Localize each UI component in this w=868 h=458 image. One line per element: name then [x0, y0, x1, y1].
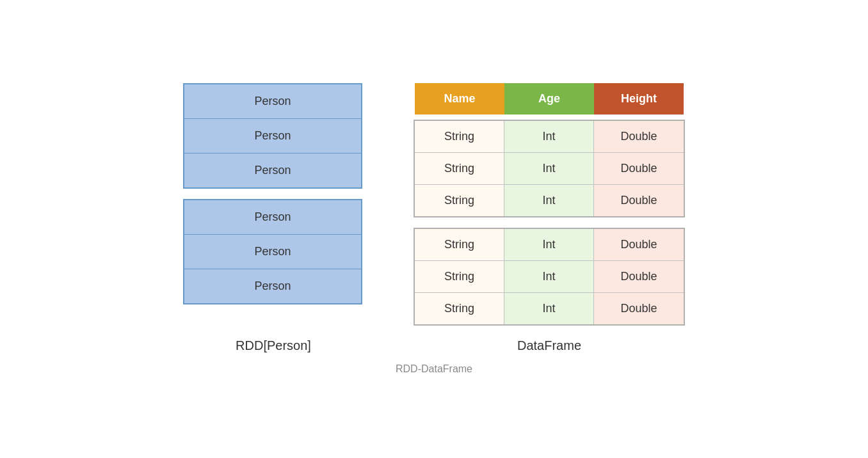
df-row: String Int Double: [415, 185, 684, 216]
df-header-height: Height: [594, 83, 684, 114]
df-header-name: Name: [415, 83, 504, 114]
df-cell-string: String: [415, 185, 504, 216]
df-cell-double: Double: [594, 293, 684, 324]
rdd-partition-2: Person Person Person: [183, 199, 362, 304]
df-cell-string: String: [415, 121, 504, 152]
rdd-label: RDD[Person]: [184, 338, 363, 353]
df-cell-string: String: [415, 153, 504, 184]
rdd-row: Person: [184, 84, 361, 119]
df-cell-int: Int: [504, 153, 594, 184]
rdd-row: Person: [184, 200, 361, 235]
rdd-row: Person: [184, 269, 361, 303]
df-cell-int: Int: [504, 229, 594, 260]
df-row: String Int Double: [415, 229, 684, 261]
df-cell-string: String: [415, 261, 504, 292]
df-header: Name Age Height: [415, 83, 684, 114]
rdd-row: Person: [184, 119, 361, 154]
df-cell-double: Double: [594, 153, 684, 184]
df-row: String Int Double: [415, 153, 684, 185]
df-header-age: Age: [504, 83, 594, 114]
rdd-row: Person: [184, 154, 361, 187]
df-cell-int: Int: [504, 121, 594, 152]
labels-row: RDD[Person] DataFrame: [38, 338, 830, 353]
rdd-partition-1: Person Person Person: [183, 83, 362, 189]
df-cell-double: Double: [594, 261, 684, 292]
rdd-section: Person Person Person Person Person Perso…: [183, 83, 362, 304]
df-cell-string: String: [415, 293, 504, 324]
df-row: String Int Double: [415, 121, 684, 153]
df-cell-int: Int: [504, 261, 594, 292]
main-container: Person Person Person Person Person Perso…: [0, 70, 868, 388]
df-row: String Int Double: [415, 261, 684, 293]
df-cell-double: Double: [594, 121, 684, 152]
rdd-row: Person: [184, 235, 361, 269]
df-cell-double: Double: [594, 229, 684, 260]
caption: RDD-DataFrame: [396, 363, 472, 375]
df-partition-2: String Int Double String Int Double Stri…: [414, 228, 685, 326]
df-partitions: String Int Double String Int Double Stri…: [414, 120, 685, 326]
df-section: Name Age Height String Int Double String…: [414, 83, 685, 326]
df-partition-1: String Int Double String Int Double Stri…: [414, 120, 685, 217]
df-cell-int: Int: [504, 293, 594, 324]
df-cell-string: String: [415, 229, 504, 260]
diagrams-row: Person Person Person Person Person Perso…: [38, 83, 830, 326]
df-row: String Int Double: [415, 293, 684, 324]
df-label: DataFrame: [414, 338, 684, 353]
df-cell-int: Int: [504, 185, 594, 216]
df-cell-double: Double: [594, 185, 684, 216]
